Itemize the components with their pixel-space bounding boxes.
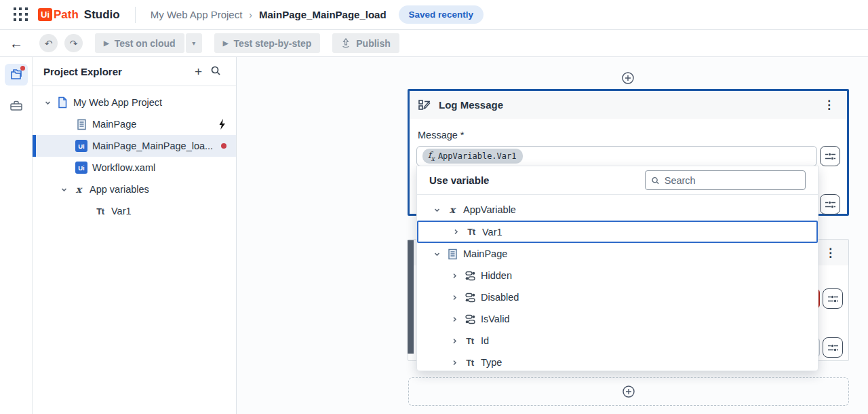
page-icon <box>77 119 87 130</box>
page-icon <box>448 248 458 260</box>
chevron-right-icon[interactable] <box>451 294 458 301</box>
sliders-icon <box>827 295 839 303</box>
chevron-right-icon[interactable] <box>451 337 458 345</box>
chevron-down-icon[interactable] <box>60 186 68 193</box>
tree-item-type[interactable]: TtType <box>417 352 818 373</box>
boolean-toggle-icon <box>465 271 475 281</box>
tree-item-label: Hidden <box>481 270 512 281</box>
tree-item-mainpage[interactable]: MainPage <box>417 243 818 265</box>
card-left-accent <box>408 240 414 354</box>
breadcrumb-parent[interactable]: My Web App Project <box>151 9 243 20</box>
back-button[interactable]: ← <box>9 37 23 50</box>
tree-item-appvariable[interactable]: xAppVariable <box>417 199 818 221</box>
test-on-cloud-dropdown[interactable]: ▾ <box>186 33 202 53</box>
topbar-divider <box>135 7 136 23</box>
tree-item-app-variables[interactable]: xApp variables <box>33 178 236 200</box>
variable-x-icon: x <box>76 184 81 195</box>
tree-item-my-web-app-project[interactable]: My Web App Project <box>33 92 236 113</box>
search-icon <box>651 176 660 185</box>
tree-item-var1[interactable]: TtVar1 <box>33 200 236 222</box>
toolbox-panel-button[interactable] <box>5 95 28 117</box>
redo-button[interactable]: ↷ <box>64 34 83 52</box>
text-type-icon: Tt <box>466 358 473 368</box>
field-settings-button[interactable] <box>820 194 840 214</box>
tree-item-workflow-xaml[interactable]: UiWorkflow.xaml <box>33 157 236 178</box>
tree-item-label: Disabled <box>481 292 519 303</box>
add-activity-button-bottom[interactable] <box>623 385 635 398</box>
breadcrumb-current: MainPage_MainPage_load <box>259 9 387 20</box>
chevron-right-icon[interactable] <box>451 272 458 280</box>
boolean-toggle-icon <box>465 293 475 303</box>
play-icon: ▶ <box>223 39 229 47</box>
variable-search-box[interactable] <box>645 170 806 190</box>
token-text: AppVariable.Var1 <box>438 151 517 161</box>
tree-item-label: AppVariable <box>463 204 516 215</box>
chevron-down-icon[interactable] <box>44 99 52 107</box>
use-variable-title: Use variable <box>429 174 645 186</box>
chevron-right-icon[interactable] <box>451 316 458 323</box>
tree-item-label: My Web App Project <box>73 97 236 108</box>
use-variable-popup: Use variable xAppVariableTtVar1MainPageH… <box>416 166 818 371</box>
sliders-icon <box>827 343 839 352</box>
tree-item-label: Id <box>481 335 489 346</box>
test-step-by-step-button[interactable]: ▶ Test step-by-step <box>214 33 321 53</box>
undo-button[interactable]: ↶ <box>39 34 58 52</box>
toolbar: ← ↶ ↷ ▶ Test on cloud ▾ ▶ Test step-by-s… <box>0 30 868 57</box>
tree-item-id[interactable]: TtId <box>417 330 818 352</box>
test-step-label: Test step-by-step <box>233 38 311 49</box>
tree-item-label: Var1 <box>482 227 502 238</box>
app-launcher-icon[interactable] <box>14 7 28 22</box>
message-input[interactable]: fx AppVariable.Var1 <box>416 146 817 166</box>
chevron-down-icon[interactable] <box>433 250 441 258</box>
logo-path-text: Path <box>54 8 79 22</box>
project-explorer-title: Project Explorer <box>43 66 191 77</box>
logo-ui-mark: Ui <box>38 8 52 21</box>
add-activity-button-top[interactable] <box>622 72 634 84</box>
tree-item-hidden[interactable]: Hidden <box>417 265 818 286</box>
tree-item-var1[interactable]: TtVar1 <box>417 221 818 243</box>
tree-item-label: Workflow.xaml <box>92 162 236 173</box>
log-message-icon <box>418 98 432 111</box>
kebab-menu-icon[interactable]: ⋮ <box>821 247 840 259</box>
variable-tree: xAppVariableTtVar1MainPageHiddenDisabled… <box>417 195 818 373</box>
tree-item-isvalid[interactable]: IsValid <box>417 308 818 330</box>
search-button[interactable] <box>206 64 225 79</box>
tree-item-label: IsValid <box>481 314 509 324</box>
tree-item-mainpage[interactable]: MainPage <box>33 113 236 135</box>
tree-item-label: MainPage <box>463 248 507 259</box>
text-type-icon: Tt <box>467 227 475 237</box>
modified-dot-icon <box>221 143 226 149</box>
publish-rocket-icon <box>341 38 351 48</box>
kebab-menu-icon[interactable]: ⋮ <box>819 99 839 111</box>
breadcrumb-separator: › <box>249 10 252 20</box>
saved-status-badge: Saved recently <box>399 5 484 24</box>
tree-item-label: MainPage <box>92 119 218 130</box>
file-icon <box>57 96 68 109</box>
tree-item-mainpage-mainpage-loa-[interactable]: UiMainPage_MainPage_loa... <box>33 135 236 157</box>
logo-product-text: Studio <box>84 8 120 22</box>
test-on-cloud-button[interactable]: ▶ Test on cloud <box>95 33 184 53</box>
chevron-right-icon[interactable] <box>451 359 458 366</box>
tree-item-label: Type <box>481 357 502 368</box>
uipath-file-icon: Ui <box>75 162 87 174</box>
workflow-canvas[interactable]: ⋮ <box>237 57 868 414</box>
variable-search-input[interactable] <box>665 175 800 186</box>
chevron-down-icon[interactable] <box>433 206 441 214</box>
publish-button[interactable]: Publish <box>332 33 399 53</box>
tree-item-label: MainPage_MainPage_loa... <box>92 140 221 151</box>
chevron-right-icon[interactable] <box>452 228 460 236</box>
tree-item-label: App variables <box>90 184 236 195</box>
text-type-icon: Tt <box>96 206 104 217</box>
activity-title: Log Message <box>439 99 819 111</box>
variable-token[interactable]: fx AppVariable.Var1 <box>422 149 523 164</box>
notification-dot <box>20 66 25 71</box>
search-icon <box>210 65 221 76</box>
lightning-icon <box>218 119 226 130</box>
field-settings-button[interactable] <box>823 288 843 309</box>
tree-item-disabled[interactable]: Disabled <box>417 286 818 308</box>
field-settings-button[interactable] <box>823 337 843 358</box>
project-explorer-panel-button[interactable] <box>5 64 28 86</box>
activity-drop-zone[interactable] <box>408 377 849 406</box>
field-settings-button[interactable] <box>820 146 840 166</box>
add-button[interactable]: + <box>191 64 206 79</box>
